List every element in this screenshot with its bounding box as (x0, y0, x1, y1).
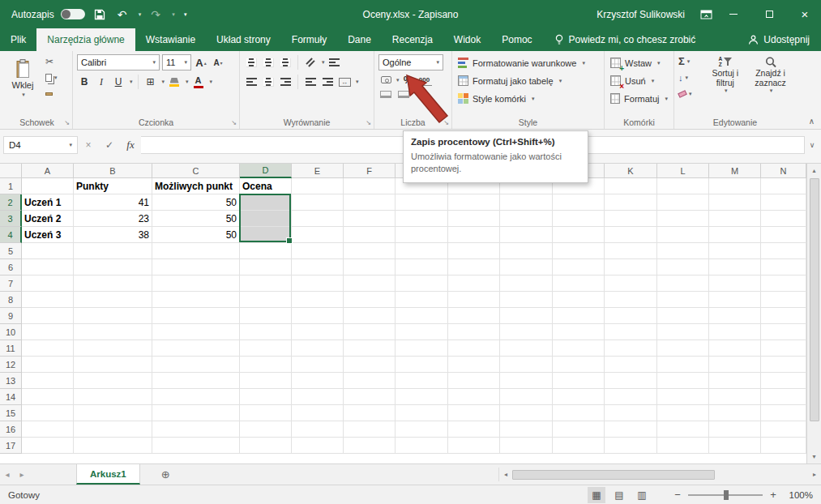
tab-wstawianie[interactable]: Wstawianie (135, 28, 206, 51)
cell-L15[interactable] (657, 405, 709, 421)
row-header-12[interactable]: 12 (0, 357, 22, 373)
cell-M10[interactable] (709, 324, 761, 340)
row-header-1[interactable]: 1 (0, 178, 22, 194)
sheet-tab-arkusz1[interactable]: Arkusz1 (76, 464, 140, 485)
cell-N15[interactable] (761, 405, 806, 421)
sheet-nav-right-icon[interactable]: ▸ (15, 470, 29, 479)
vertical-scrollbar[interactable]: ▴ ▾ (806, 164, 821, 463)
dialog-launcher-liczba[interactable]: ↘ (443, 119, 449, 126)
cell-N8[interactable] (761, 292, 806, 308)
column-header-E[interactable]: E (292, 164, 344, 178)
cell-L8[interactable] (657, 292, 709, 308)
font-name-caret[interactable]: ▾ (152, 59, 156, 66)
row-header-17[interactable]: 17 (0, 438, 22, 454)
cell-G14[interactable] (396, 389, 448, 405)
cell-E2[interactable] (292, 194, 344, 211)
cell-K13[interactable] (605, 373, 657, 389)
cell-I2[interactable] (500, 194, 553, 211)
minimize-button[interactable] (717, 0, 750, 28)
cell-L5[interactable] (657, 243, 709, 259)
cell-I7[interactable] (500, 275, 553, 292)
cell-styles-button[interactable]: Style komórki▾ (456, 90, 600, 107)
clear-button[interactable]: ▾ (678, 87, 701, 100)
column-header-K[interactable]: K (605, 164, 657, 178)
cell-F9[interactable] (344, 308, 396, 324)
cell-M16[interactable] (709, 421, 761, 438)
cell-B5[interactable] (74, 243, 152, 259)
cell-F16[interactable] (344, 421, 396, 438)
cell-I10[interactable] (500, 324, 553, 340)
fill-color-caret[interactable]: ▾ (186, 79, 189, 85)
cell-A2[interactable]: Uczeń 1 (22, 194, 74, 211)
cell-C16[interactable] (152, 421, 240, 438)
cell-C14[interactable] (152, 389, 240, 405)
cell-M17[interactable] (709, 438, 761, 454)
cell-C13[interactable] (152, 373, 240, 389)
cell-D7[interactable] (240, 275, 292, 292)
autosum-caret[interactable]: ▾ (687, 58, 691, 65)
decrease-decimal-icon[interactable] (396, 89, 411, 100)
cell-A16[interactable] (22, 421, 74, 438)
autosave-toggle[interactable] (61, 9, 85, 19)
cell-C11[interactable] (152, 340, 240, 357)
orientation-caret[interactable]: ▾ (322, 59, 325, 66)
cell-D14[interactable] (240, 389, 292, 405)
cell-E13[interactable] (292, 373, 344, 389)
cell-J17[interactable] (553, 438, 605, 454)
row-header-13[interactable]: 13 (0, 373, 22, 389)
cell-N9[interactable] (761, 308, 806, 324)
cell-B3[interactable]: 23 (74, 211, 152, 227)
cell-D15[interactable] (240, 405, 292, 421)
cell-B6[interactable] (74, 259, 152, 275)
cell-B12[interactable] (74, 357, 152, 373)
cell-J5[interactable] (553, 243, 605, 259)
cell-H3[interactable] (448, 211, 500, 227)
cell-H11[interactable] (448, 340, 500, 357)
format-painter-icon[interactable] (45, 87, 58, 100)
cell-H6[interactable] (448, 259, 500, 275)
cell-G13[interactable] (396, 373, 448, 389)
align-bottom-icon[interactable] (278, 54, 293, 70)
cell-H17[interactable] (448, 438, 500, 454)
column-header-D[interactable]: D (240, 164, 292, 178)
cell-N5[interactable] (761, 243, 806, 259)
paste-button[interactable]: Wklej ▾ (6, 58, 40, 98)
cell-E8[interactable] (292, 292, 344, 308)
name-box[interactable]: D4▾ (3, 136, 78, 154)
cell-L3[interactable] (657, 211, 709, 227)
cell-E7[interactable] (292, 275, 344, 292)
zoom-in-icon[interactable]: + (768, 489, 779, 501)
cell-J12[interactable] (553, 357, 605, 373)
cell-A6[interactable] (22, 259, 74, 275)
cell-A14[interactable] (22, 389, 74, 405)
cell-J15[interactable] (553, 405, 605, 421)
cell-G11[interactable] (396, 340, 448, 357)
cell-I13[interactable] (500, 373, 553, 389)
cell-D5[interactable] (240, 243, 292, 259)
cell-I8[interactable] (500, 292, 553, 308)
cancel-icon[interactable]: × (78, 136, 99, 154)
cell-D13[interactable] (240, 373, 292, 389)
horizontal-scrollbar[interactable]: ◂ ▸ (498, 468, 821, 481)
cell-M13[interactable] (709, 373, 761, 389)
cell-N2[interactable] (761, 194, 806, 211)
cell-L12[interactable] (657, 357, 709, 373)
cell-C1[interactable]: Możliwych punkt (152, 178, 240, 194)
cell-I4[interactable] (500, 227, 553, 243)
cell-G6[interactable] (396, 259, 448, 275)
maximize-button[interactable] (753, 0, 785, 28)
cell-N4[interactable] (761, 227, 806, 243)
row-header-15[interactable]: 15 (0, 405, 22, 421)
cell-I6[interactable] (500, 259, 553, 275)
new-sheet-icon[interactable]: ⊕ (161, 468, 170, 481)
share-button[interactable]: Udostępnij (748, 28, 821, 51)
column-header-C[interactable]: C (152, 164, 240, 178)
cell-E12[interactable] (292, 357, 344, 373)
cell-M4[interactable] (709, 227, 761, 243)
format-cells-button[interactable]: Formatuj▾ (609, 90, 669, 107)
cell-C2[interactable]: 50 (152, 194, 240, 211)
cell-J7[interactable] (553, 275, 605, 292)
cell-A4[interactable]: Uczeń 3 (22, 227, 74, 243)
zoom-slider-thumb[interactable] (724, 490, 729, 500)
column-header-B[interactable]: B (74, 164, 152, 178)
